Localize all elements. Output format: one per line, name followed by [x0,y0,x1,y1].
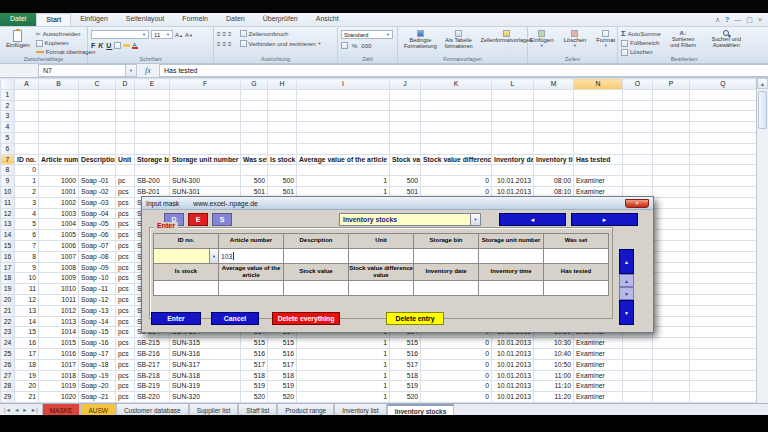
cell[interactable]: pcs [116,338,135,349]
column-header-G[interactable]: G [241,79,268,90]
cell[interactable]: 10.01.2013 [492,392,534,403]
cell[interactable] [690,305,757,316]
cell[interactable]: 516 [268,348,297,359]
cell[interactable]: 18 [15,359,39,370]
cell[interactable] [116,165,135,176]
row-header-15[interactable]: 15 [1,240,15,251]
tab-start[interactable]: Start [36,13,71,26]
cell[interactable] [15,100,39,111]
underline-button[interactable]: U [106,42,112,49]
cell[interactable]: SUN-319 [170,381,241,392]
cell[interactable]: 517 [268,359,297,370]
tab-datei[interactable]: Datei [0,13,36,26]
column-header-K[interactable]: K [421,79,492,90]
cell[interactable] [241,165,268,176]
cell[interactable]: Description [79,154,116,165]
help-icon[interactable]: ? [725,16,729,23]
cell[interactable] [39,122,79,133]
sort-filter-button[interactable]: A↓ Sortieren und Filtern [665,29,702,56]
cell[interactable] [297,89,390,100]
cell[interactable] [268,143,297,154]
column-header-E[interactable]: E [135,79,170,90]
bold-button[interactable]: F [91,42,96,49]
row-header-24[interactable]: 24 [1,338,15,349]
cell[interactable]: 15 [15,327,39,338]
cell[interactable]: 7 [15,240,39,251]
align-center-icon[interactable]: ≡ [223,41,227,47]
cell[interactable]: Soap -11 [79,284,116,295]
insert-cells-button[interactable]: Einfügen ▼ [527,29,557,49]
cell[interactable]: pcs [116,305,135,316]
cell[interactable] [116,111,135,122]
cell[interactable]: Soap -02 [79,186,116,197]
record-scroll-top[interactable]: ▲ [619,249,634,274]
cell[interactable]: 1 [297,348,390,359]
cell[interactable] [690,273,757,284]
cell[interactable]: SB-215 [135,338,170,349]
column-header-D[interactable]: D [116,79,135,90]
cell[interactable] [653,186,690,197]
cell[interactable] [574,122,623,133]
cell[interactable] [690,208,757,219]
field-input[interactable] [219,281,284,296]
row-header-19[interactable]: 19 [1,284,15,295]
cell[interactable]: 0 [15,165,39,176]
field-input[interactable] [414,249,479,264]
cell[interactable] [690,338,757,349]
cell[interactable] [135,143,170,154]
format-cells-button[interactable]: Format ▼ [593,29,618,49]
cell[interactable] [390,100,421,111]
cut-button[interactable]: ✂Ausschneiden [36,31,81,38]
cell[interactable] [690,251,757,262]
cell[interactable]: 10.01.2013 [492,370,534,381]
cell[interactable]: 11:00 [534,370,574,381]
cell[interactable]: 1017 [39,359,79,370]
cell[interactable]: 1001 [39,186,79,197]
cell[interactable] [690,186,757,197]
cell[interactable] [690,154,757,165]
cell[interactable]: 1019 [39,381,79,392]
cell[interactable] [623,176,653,187]
cell[interactable]: 10.01.2013 [492,338,534,349]
row-header-6[interactable]: 6 [1,143,15,154]
cell[interactable] [39,100,79,111]
cell[interactable]: pcs [116,359,135,370]
row-header-18[interactable]: 18 [1,273,15,284]
cell[interactable] [690,165,757,176]
cell[interactable] [170,89,241,100]
cell[interactable] [79,122,116,133]
cell[interactable] [268,100,297,111]
cell[interactable]: 1007 [39,251,79,262]
prev-sheet-icon[interactable]: ◄ [14,407,19,413]
cell[interactable] [116,132,135,143]
cell[interactable]: 0 [421,381,492,392]
row-header-14[interactable]: 14 [1,230,15,241]
collapse-ribbon-icon[interactable]: ∧ [715,16,720,23]
cell[interactable] [574,89,623,100]
cell[interactable] [297,122,390,133]
cell[interactable] [653,154,690,165]
cell[interactable] [653,176,690,187]
record-scroll-bottom[interactable]: ▼ [619,300,634,325]
row-header-1[interactable]: 1 [1,89,15,100]
cell[interactable]: Storage unit number [170,154,241,165]
prev-record-button[interactable]: ◄ [499,213,566,226]
cell[interactable]: 1 [297,370,390,381]
cell[interactable] [492,111,534,122]
delete-cells-button[interactable]: Löschen ▼ [561,29,590,49]
cell[interactable] [297,100,390,111]
merge-center-button[interactable]: Verbinden und zentrieren [249,41,316,47]
name-box-dropdown-icon[interactable]: ▼ [126,64,137,77]
clear-button[interactable]: Löschen [621,49,653,56]
cell[interactable]: SB-216 [135,348,170,359]
row-header-16[interactable]: 16 [1,251,15,262]
cell[interactable]: 515 [268,338,297,349]
cell[interactable] [170,132,241,143]
cell[interactable] [690,359,757,370]
align-bottom-icon[interactable]: ≡ [228,31,232,37]
cell[interactable]: SUN-315 [170,338,241,349]
cell[interactable] [574,165,623,176]
cell[interactable]: pcs [116,316,135,327]
paste-button[interactable]: Einfügen [3,29,33,56]
cell[interactable]: Examiner [574,348,623,359]
